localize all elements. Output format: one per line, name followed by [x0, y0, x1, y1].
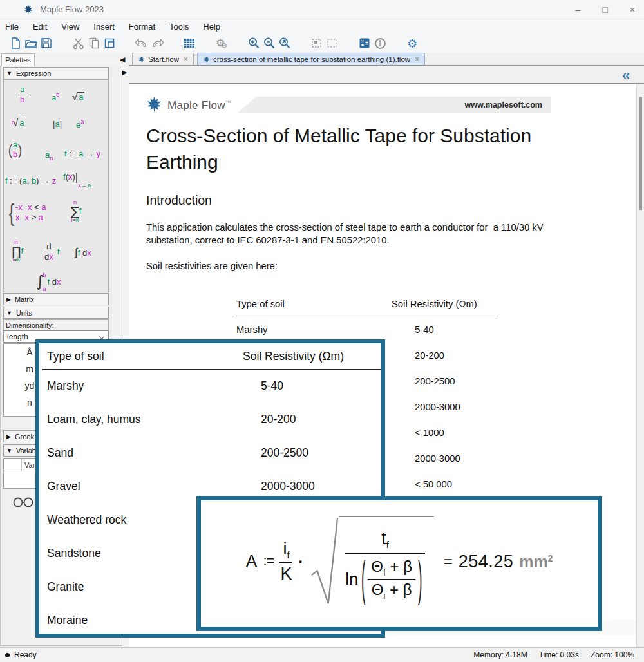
palette-item-nth-root[interactable]: n√a [12, 117, 25, 128]
intro-heading: Introduction [146, 193, 212, 208]
menu-help[interactable]: Help [203, 22, 220, 32]
zoom-fit-icon[interactable] [277, 35, 292, 51]
menu-tools[interactable]: Tools [169, 22, 189, 32]
menu-bar: File Edit View Insert Format Tools Help [0, 19, 644, 33]
collapse-triangle-icon: ▼ [6, 70, 12, 77]
select-all-icon[interactable] [325, 35, 340, 51]
save-icon[interactable] [39, 35, 54, 51]
palette-item-function-multi[interactable]: f := (a, b) → z [5, 176, 56, 186]
cut-icon[interactable] [71, 35, 86, 51]
units-section-header[interactable]: ▼ Units [3, 307, 109, 319]
minimize-button[interactable]: – [576, 5, 581, 15]
table-row: Sand200-2500 [39, 436, 381, 469]
website-banner: www.maplesoft.com [237, 97, 551, 113]
collapse-left-arrow-icon[interactable]: ◀ [120, 55, 125, 64]
status-ready: Ready [14, 650, 37, 659]
collapse-panel-button[interactable]: « [622, 67, 630, 82]
expression-section-header[interactable]: ▼ Expression [3, 67, 109, 79]
chevron-down-icon [99, 334, 104, 339]
table-row: Marshy5-40 [39, 369, 381, 402]
table-rule [233, 316, 496, 316]
window-title: Maple Flow 2023 [40, 5, 104, 14]
palette-item-definite-integral[interactable]: ∫baf dx [36, 272, 61, 292]
palette-item-summation[interactable]: n∑i=kf [71, 197, 81, 223]
title-bar: Maple Flow 2023 – □ × [0, 0, 644, 19]
formula: A := if K · tf ln ( Θf + β Θi + β [201, 500, 598, 627]
variables-watch-column [4, 459, 22, 471]
expand-triangle-icon: ▶ [6, 296, 11, 303]
right-paren: ) [418, 551, 422, 609]
palette-item-exp[interactable]: ea [76, 118, 84, 130]
soil-table-header-resistivity: Soil Resistivity (Ωm) [392, 299, 477, 309]
tab-label: Start.flow [148, 55, 179, 63]
matrix-section-header[interactable]: ▶ Matrix [3, 293, 109, 305]
evaluate-gears-icon[interactable]: ⚙⚙ [214, 35, 229, 51]
palette-item-piecewise[interactable]: {-xx < axx ≥ a [8, 200, 46, 226]
table-row: Loam, clay, humus20-200 [39, 402, 381, 436]
palette-item-indexed[interactable]: an [45, 151, 53, 162]
palette-item-eval-at[interactable]: f(x)|x = a [63, 171, 91, 184]
tab-label: cross-section of metallic tape for subst… [213, 55, 410, 63]
open-file-icon[interactable] [23, 35, 39, 51]
interrupt-icon[interactable]: ! [372, 35, 388, 51]
palette-item-abs[interactable]: |a| [53, 120, 62, 129]
brand-text: Maple Flow™ [167, 99, 231, 112]
collapse-triangle-icon: ▼ [6, 310, 12, 316]
multiply-dot: · [298, 553, 303, 571]
palettes-tab[interactable]: Palettes [1, 53, 35, 66]
close-button[interactable]: × [630, 5, 635, 15]
intro-paragraph: This application calculates the cross-se… [146, 221, 564, 247]
matrix-operations-icon[interactable] [357, 35, 372, 51]
palette-item-function-single[interactable]: f := a → y [64, 149, 100, 159]
page-title: Cross-Section of Metallic Tape for Subst… [146, 122, 558, 175]
select-region-icon[interactable] [309, 35, 325, 51]
menu-edit[interactable]: Edit [33, 22, 47, 32]
result-unit: mm2 [519, 553, 553, 571]
zoom-out-icon[interactable] [261, 35, 277, 51]
menu-file[interactable]: File [5, 22, 19, 32]
palette-item-sqrt[interactable]: √a [72, 91, 84, 103]
fraction-tf-ln: tf ln ( Θf + β Θi + β ) [345, 529, 424, 601]
palette-item-product[interactable]: n∏i=kf [12, 237, 23, 263]
maple-leaf-icon [203, 56, 210, 63]
undo-icon[interactable] [134, 35, 149, 51]
menu-format[interactable]: Format [129, 22, 155, 32]
fraction-bar [345, 553, 424, 554]
dimensionality-label: Dimensionality: [3, 319, 109, 330]
settings-gear-icon[interactable]: ⚙ [404, 35, 420, 51]
grid-icon[interactable] [182, 35, 197, 51]
copy-icon[interactable] [86, 35, 102, 51]
maximize-button[interactable]: □ [602, 5, 607, 15]
soil-paragraph: Soil resistivities are given here: [146, 261, 278, 271]
menu-insert[interactable]: Insert [93, 22, 115, 32]
paste-icon[interactable] [102, 35, 117, 51]
vertical-scrollbar[interactable] [636, 84, 644, 647]
radical-sign-icon [310, 516, 339, 607]
menu-view[interactable]: View [61, 22, 79, 32]
status-zoom: Zoom: 100% [591, 650, 634, 659]
zoom-in-icon[interactable] [246, 35, 261, 51]
palette-item-derivative[interactable]: ddxf [43, 242, 59, 262]
tab-close-icon[interactable]: × [415, 55, 419, 64]
expression-palette-grid: abab√an√a|a|ea(ab)anf := a → yf := (a, b… [3, 79, 109, 292]
palette-item-binomial[interactable]: (ab) [8, 140, 23, 160]
palette-item-integral[interactable]: ∫f dx [75, 246, 91, 259]
tab-cross-section-flow[interactable]: cross-section of metallic tape for subst… [197, 53, 425, 65]
maple-leaf-icon [23, 5, 33, 15]
left-paren: ( [361, 551, 366, 609]
tab-close-icon[interactable]: × [184, 55, 188, 64]
assign-operator: := [263, 553, 274, 569]
new-file-icon[interactable] [8, 35, 23, 51]
toolbar: ⚙⚙ ! ⚙ [0, 33, 644, 53]
document-top-bar: « [129, 66, 644, 84]
palette-item-fraction[interactable]: ab [18, 85, 26, 105]
document-tab-strip: Start.flow × cross-section of metallic t… [129, 53, 644, 66]
redo-icon[interactable] [149, 35, 165, 51]
fraction-theta: Θf + β Θi + β [368, 558, 415, 601]
vertical-scrollbar-thumb[interactable] [639, 97, 642, 210]
soil-table-header-type: Type of soil [236, 299, 285, 309]
result-value: 254.25 [459, 552, 514, 572]
callout-table-header-resistivity: Soil Resistivity (Ωm) [243, 350, 344, 363]
tab-start-flow[interactable]: Start.flow × [132, 53, 194, 65]
palette-item-power[interactable]: ab [52, 91, 59, 103]
